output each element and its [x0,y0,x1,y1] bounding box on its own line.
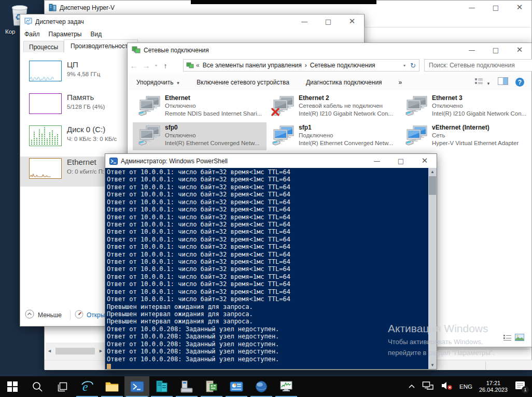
hscroll-left-arrow-icon[interactable]: ◄ [46,348,53,353]
adapter-item-vethernet-internet-[interactable]: vEthernet (Internet)СетьHyper-V Virtual … [400,122,532,150]
taskbar-search-button[interactable] [25,376,50,397]
scroll-thumb[interactable] [429,176,436,195]
adapter-item-ethernet[interactable]: EthernetОтключеноRemote NDIS based Inter… [133,93,267,121]
taskbar-file-explorer-icon[interactable] [100,376,124,397]
taskbar-start-button[interactable] [0,376,25,397]
breadcrumb-root[interactable]: Все элементы панели управления [203,62,302,69]
metric-value: О: 0 кбит/с П: [67,168,104,175]
adapter-item-sfp0[interactable]: sfp0ОтключеноIntel(R) Ethernet Converged… [133,122,267,150]
task-manager-menubar: ФайлПараметрыВид [20,29,364,40]
taskbar-apps: e [0,376,299,397]
tm-minimize-button[interactable]: — [292,15,316,28]
taskbar-performance-monitor-icon[interactable] [274,376,299,397]
address-location-icon [186,62,194,69]
adapter-item-ethernet-3[interactable]: Ethernet 3ОтключеноIntel(R) I210 Gigabit… [400,93,532,121]
up-arrow-icon[interactable]: ↑ [160,62,171,70]
change-view-icon[interactable]: ▼ [474,78,491,87]
refresh-icon[interactable]: ↻ [410,62,416,69]
taskbar: e ENG 17:21 26.04.2023 1 [0,376,532,397]
tray-clock[interactable]: 17:21 26.04.2023 [479,380,508,393]
console-line: Ответ от 10.0.0.1: число байт=32 время=1… [107,280,428,288]
toolbar-item-3[interactable]: » [399,79,402,86]
tray-chevron-up-icon[interactable] [408,382,415,391]
adapter-item-sfp1[interactable]: sfp1ПодключеноIntel(R) Ethernet Converge… [267,122,400,150]
adapter-status: Подключено [299,132,333,138]
nx-close-button[interactable]: ✕ [508,43,531,56]
powershell-console[interactable]: Ответ от 10.0.0.1: число байт=32 время<1… [105,168,437,369]
hyperv-minimize-button[interactable]: — [460,1,484,14]
resource-monitor-icon[interactable] [75,310,83,321]
toolbar-item-1[interactable]: Включение сетевого устройства [197,79,289,86]
tray-network-icon[interactable] [422,381,434,392]
adapter-device: Hyper-V Virtual Ethernet Adapter [432,140,519,146]
toolbar-item-0[interactable]: Упорядочить▼ [136,79,180,86]
tm-menu-item-0[interactable]: Файл [24,31,40,38]
scroll-up-arrow-icon[interactable]: ▲ [428,168,437,176]
address-bar[interactable]: « Все элементы панели управления › Сетев… [183,59,419,72]
address-dropdown-icon[interactable]: ▾ [403,63,405,68]
hyperv-maximize-button[interactable]: □ [484,1,508,14]
history-caret-icon[interactable]: ▾ [152,63,160,68]
tray-date: 26.04.2023 [479,387,508,393]
ps-maximize-button[interactable]: □ [389,154,413,167]
scroll-down-arrow-icon[interactable]: ▼ [428,361,437,369]
console-scrollbar[interactable]: ▲ ▼ [428,168,437,369]
nx-minimize-button[interactable]: — [460,43,484,56]
task-manager-footer: Меньше Открыть [20,308,111,322]
hyperv-close-button[interactable]: ✕ [508,1,531,14]
hscroll-right-arrow-icon[interactable]: ► [97,348,105,353]
nx-maximize-button[interactable]: □ [484,43,508,56]
hyperv-hscrollbar[interactable]: ◄ ► [46,343,105,359]
hscroll-thumb[interactable] [55,348,95,355]
forward-arrow-icon[interactable]: → [140,61,152,70]
ps-close-button[interactable]: ✕ [413,154,437,167]
hyperv-statusbar-divider [485,361,486,370]
tm-menu-item-1[interactable]: Параметры [49,31,82,38]
taskbar-task-view-button[interactable] [50,376,75,397]
network-window-icon [132,46,141,54]
details-view-toggle-icon[interactable] [503,334,512,343]
adapter-status: Сеть [432,132,445,138]
tray-volume-muted-icon[interactable] [441,381,453,392]
back-arrow-icon[interactable]: ← [128,61,140,70]
breadcrumb-prefix: « [196,62,200,69]
tm-close-button[interactable]: ✕ [340,15,364,28]
taskbar-network-sphere-icon[interactable] [249,376,274,397]
console-line: Ответ от 10.0.0.1: число байт=32 время<1… [107,221,428,228]
adapter-item-ethernet-2[interactable]: Ethernet 2Сетевой кабель не подключенInt… [267,93,400,121]
tm-menu-item-2[interactable]: Вид [90,31,102,38]
metric-value: 9% 4,58 ГГц [67,71,100,77]
ps-minimize-button[interactable]: — [365,154,389,167]
thumbnail-view-toggle-icon[interactable] [515,334,524,343]
notification-center-icon[interactable]: 1 [514,380,528,393]
taskbar-hyperv-manager-icon[interactable] [149,376,174,397]
powershell-window-title: Администратор: Windows PowerShell [121,158,228,165]
taskbar-device-manager-icon[interactable] [199,376,224,397]
taskbar-control-panel-icon[interactable] [224,376,249,397]
toolbar-item-2[interactable]: Диагностика подключения [306,79,382,86]
taskbar-powershell-icon[interactable] [124,376,149,397]
tm-maximize-button[interactable]: □ [316,15,340,28]
powershell-titlebar[interactable]: Администратор: Windows PowerShell — □ ✕ [105,154,437,168]
console-line: Ответ от 10.0.0.1: число байт=32 время=1… [107,273,428,280]
search-box[interactable] [424,59,532,72]
console-line: Ответ от 10.0.0.208: Заданный узел недос… [107,325,428,333]
task-manager-titlebar[interactable]: Диспетчер задач — □ ✕ [20,15,364,29]
breadcrumb-current[interactable]: Сетевые подключения [310,62,375,69]
network-window-title: Сетевые подключения [144,47,209,54]
console-line: Ответ от 10.0.0.1: число байт=32 время<1… [107,198,428,206]
less-button[interactable]: Меньше [38,311,62,319]
taskbar-internet-explorer-icon[interactable]: e [75,376,100,397]
adapter-name: Ethernet 2 [299,94,329,102]
tray-language-indicator[interactable]: ENG [459,384,472,390]
toolbar-item-label: Диагностика подключения [306,79,382,86]
console-line: Ответ от 10.0.0.1: число байт=32 время<1… [107,183,428,191]
less-chevron-icon[interactable] [25,309,34,321]
network-titlebar[interactable]: Сетевые подключения — □ ✕ [128,43,531,57]
hyperv-bottom-line [438,349,530,349]
taskbar-computer-management-icon[interactable] [174,376,199,397]
help-icon[interactable]: ? [515,78,524,87]
tm-tab-0[interactable]: Процессы [23,41,64,53]
preview-pane-icon[interactable] [498,77,508,87]
search-input[interactable] [425,62,532,69]
